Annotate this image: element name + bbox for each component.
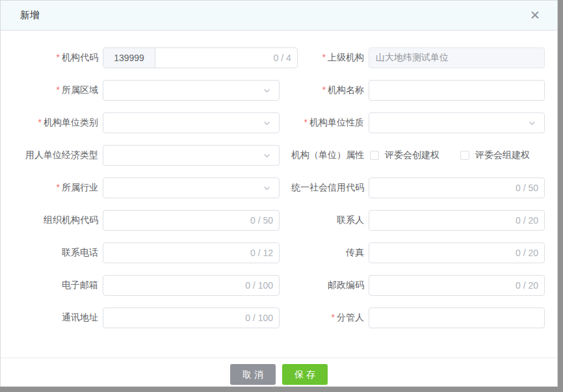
input-person-in-charge[interactable] — [369, 308, 544, 328]
input-box-postal-code: 0 / 20 — [369, 275, 545, 296]
field-control-org-unit-nature — [369, 112, 545, 133]
checkbox-committee-organize-right[interactable]: 评委会组建权 — [460, 150, 530, 161]
input-postal-code[interactable] — [369, 276, 516, 295]
field-label-social-credit-code: 统一社会信用代码 — [282, 182, 369, 194]
input-parent-org — [369, 48, 544, 68]
field-control-org-institution-code: 0 / 50 — [103, 210, 280, 231]
required-asterisk: * — [57, 182, 60, 192]
input-box-contact-phone: 0 / 12 — [103, 242, 280, 263]
char-counter-fax: 0 / 20 — [516, 248, 544, 258]
field-control-industry — [103, 177, 280, 198]
close-icon: ✕ — [530, 9, 540, 21]
field-label-address: 通讯地址 — [1, 312, 103, 324]
select-org-unit-category[interactable] — [103, 112, 280, 133]
field-label-org-code: *机构代码 — [1, 52, 103, 64]
field-control-economic-type — [103, 145, 280, 166]
field-person-in-charge: *分管人 — [282, 307, 545, 328]
required-asterisk: * — [304, 117, 308, 127]
field-postal-code: 邮政编码0 / 20 — [282, 275, 545, 296]
field-address: 通讯地址0 / 100 — [1, 307, 280, 328]
checkbox-label-committee-organize-right: 评委会组建权 — [475, 150, 530, 161]
field-label-org-unit-attributes: 机构（单位）属性 — [282, 150, 369, 161]
field-label-org-unit-category: *机构单位类别 — [1, 117, 103, 129]
field-control-parent-org — [369, 47, 545, 68]
input-box-address: 0 / 100 — [103, 307, 280, 328]
input-box-org-name — [369, 80, 545, 101]
char-counter-contact-phone: 0 / 12 — [250, 248, 279, 258]
field-org-institution-code: 组织机构代码0 / 50 — [1, 210, 280, 231]
dialog-header: 新增 ✕ — [1, 1, 557, 31]
select-economic-type[interactable] — [103, 145, 280, 166]
checkbox-committee-create-right[interactable]: 评委会创建权 — [370, 150, 439, 161]
char-counter-address: 0 / 100 — [245, 313, 279, 323]
input-social-credit-code[interactable] — [369, 178, 516, 198]
dialog-title: 新增 — [20, 9, 40, 21]
field-control-org-unit-attributes: 评委会创建权评委会组建权 — [369, 145, 545, 166]
required-asterisk: * — [38, 117, 42, 127]
field-org-name: *机构名称 — [282, 80, 545, 101]
field-org-unit-attributes: 机构（单位）属性评委会创建权评委会组建权 — [282, 145, 545, 166]
form-grid: *机构代码1399990 / 4*上级机构*所属区域*机构名称*机构单位类别*机… — [1, 31, 557, 328]
field-label-industry: *所属行业 — [1, 182, 103, 194]
field-control-region — [103, 80, 280, 101]
field-org-unit-category: *机构单位类别 — [1, 112, 280, 133]
field-contact-person: 联系人0 / 20 — [282, 210, 545, 231]
input-box-email: 0 / 100 — [103, 275, 280, 296]
field-control-fax: 0 / 20 — [369, 242, 545, 263]
field-control-email: 0 / 100 — [103, 275, 280, 296]
chevron-down-icon — [263, 184, 271, 192]
field-control-social-credit-code: 0 / 50 — [369, 177, 545, 198]
field-org-unit-nature: *机构单位性质 — [282, 112, 545, 133]
input-contact-phone[interactable] — [103, 243, 250, 263]
input-box-fax: 0 / 20 — [369, 242, 545, 263]
checkbox-label-committee-create-right: 评委会创建权 — [385, 150, 439, 161]
field-control-address: 0 / 100 — [103, 307, 280, 328]
field-email: 电子邮箱0 / 100 — [1, 275, 280, 296]
char-counter-social-credit-code: 0 / 50 — [516, 183, 544, 193]
field-label-postal-code: 邮政编码 — [282, 280, 369, 291]
chevron-down-icon — [528, 119, 536, 127]
checkbox-icon — [460, 151, 469, 160]
cancel-button[interactable]: 取消 — [230, 364, 276, 385]
field-fax: 传真0 / 20 — [282, 242, 545, 263]
field-control-contact-person: 0 / 20 — [369, 210, 545, 231]
field-social-credit-code: 统一社会信用代码0 / 50 — [282, 177, 545, 198]
input-org-code[interactable] — [155, 48, 274, 68]
input-email[interactable] — [103, 276, 245, 295]
input-box-contact-person: 0 / 20 — [369, 210, 545, 231]
field-industry: *所属行业 — [1, 177, 280, 198]
required-asterisk: * — [322, 85, 326, 95]
checkbox-group-org-unit-attributes: 评委会创建权评委会组建权 — [369, 145, 545, 166]
input-address[interactable] — [103, 308, 245, 328]
input-org-name[interactable] — [369, 81, 544, 100]
input-box-social-credit-code: 0 / 50 — [369, 177, 545, 198]
field-control-person-in-charge — [369, 307, 545, 328]
char-counter-org-code: 0 / 4 — [274, 53, 297, 63]
chevron-down-icon — [263, 86, 271, 95]
char-counter-postal-code: 0 / 20 — [516, 280, 544, 291]
field-org-code: *机构代码1399990 / 4 — [1, 47, 280, 68]
field-label-economic-type: 用人单位经济类型 — [1, 150, 103, 161]
field-label-org-name: *机构名称 — [282, 85, 369, 96]
required-asterisk: * — [57, 85, 60, 95]
field-label-contact-phone: 联系电话 — [1, 247, 103, 259]
input-box-org-code: 1399990 / 4 — [103, 47, 298, 68]
input-fax[interactable] — [369, 243, 516, 263]
save-button[interactable]: 保存 — [282, 364, 328, 385]
select-org-unit-nature[interactable] — [369, 112, 545, 133]
close-button[interactable]: ✕ — [527, 8, 543, 23]
field-label-region: *所属区域 — [1, 85, 103, 96]
input-box-org-institution-code: 0 / 50 — [103, 210, 280, 231]
input-org-institution-code[interactable] — [103, 211, 250, 230]
select-region[interactable] — [103, 80, 280, 101]
field-control-org-code: 1399990 / 4 — [103, 47, 298, 68]
field-control-org-unit-category — [103, 112, 280, 133]
field-control-postal-code: 0 / 20 — [369, 275, 545, 296]
select-industry[interactable] — [103, 177, 280, 198]
field-label-email: 电子邮箱 — [1, 280, 103, 291]
chevron-down-icon — [263, 119, 271, 127]
input-contact-person[interactable] — [369, 211, 516, 230]
char-counter-org-institution-code: 0 / 50 — [250, 215, 279, 226]
required-asterisk: * — [57, 52, 60, 62]
char-counter-email: 0 / 100 — [245, 280, 279, 291]
